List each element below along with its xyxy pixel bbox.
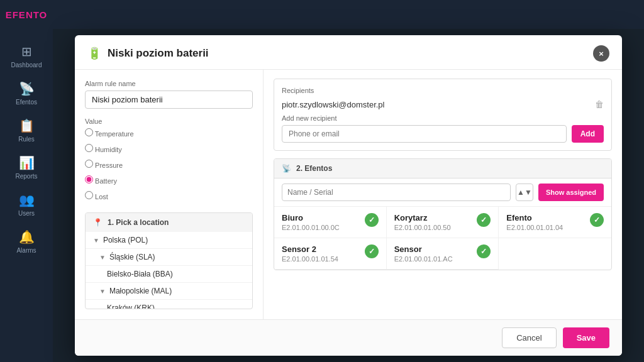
efento-serial: E2.01.00.01.00.0C xyxy=(282,224,340,231)
alarm-rule-name-input[interactable] xyxy=(85,90,253,109)
recipients-label: Recipients xyxy=(282,87,604,94)
radio-pressure-label: Pressure xyxy=(95,162,123,169)
sidebar-item-efentos[interactable]: 📡 Efentos xyxy=(4,75,49,109)
radio-battery-label: Battery xyxy=(95,177,117,185)
tree-slaskie[interactable]: ▼ Śląskie (SLA) xyxy=(86,249,252,266)
efento-serial: E2.01.00.01.01.54 xyxy=(282,255,338,263)
left-panel: Alarm rule name Value Temperature Humidi… xyxy=(75,70,264,319)
sidebar-item-label: Reports xyxy=(15,173,37,180)
add-recipient-button[interactable]: Add xyxy=(572,125,604,143)
radio-humidity[interactable]: Humidity xyxy=(85,144,253,153)
efentos-title: 2. Efentos xyxy=(296,164,332,173)
topbar: EFENTO xyxy=(0,0,644,29)
efentos-icon: 📡 xyxy=(19,81,35,96)
sidebar-item-dashboard[interactable]: ⊞ Dashboard xyxy=(4,38,49,72)
sidebar: ⊞ Dashboard 📡 Efentos 📋 Rules 📊 Reports … xyxy=(0,0,53,362)
efento-name: Sensor xyxy=(394,244,453,254)
radio-pressure[interactable]: Pressure xyxy=(85,160,253,169)
radio-humidity-input[interactable] xyxy=(85,144,93,152)
sidebar-item-alarms[interactable]: 🔔 Alarms xyxy=(4,223,49,258)
users-icon: 👥 xyxy=(19,192,35,207)
efentos-search-row: ▲▼ Show assigned xyxy=(274,178,611,207)
dashboard-icon: ⊞ xyxy=(21,44,32,59)
tree-krakow[interactable]: Kraków (KRK) xyxy=(86,300,252,309)
tree-bielsko-label: Bielsko-Biała (BBA) xyxy=(107,270,173,278)
efento-name: Efento xyxy=(506,213,563,222)
efentos-header: 📡 2. Efentos xyxy=(274,159,611,178)
efento-card-biuro[interactable]: Biuro E2.01.00.01.00.0C ✓ xyxy=(274,207,387,238)
delete-recipient-icon[interactable]: 🗑 xyxy=(595,99,604,109)
location-section: 📍 1. Pick a location ▼ Polska (POL) ▼ Śl… xyxy=(85,212,253,309)
efento-info: Biuro E2.01.00.01.00.0C xyxy=(282,213,340,231)
modal-footer: Cancel Save xyxy=(75,319,622,356)
check-icon: ✓ xyxy=(477,244,491,258)
efento-name: Sensor 2 xyxy=(282,244,338,254)
tree-krakow-label: Kraków (KRK) xyxy=(107,304,155,309)
tree-bielsko[interactable]: Bielsko-Biała (BBA) xyxy=(86,266,252,283)
modal-close-button[interactable]: × xyxy=(593,45,609,62)
tree-polska[interactable]: ▼ Polska (POL) xyxy=(86,232,252,249)
location-header: 📍 1. Pick a location xyxy=(86,213,252,232)
efento-info: Sensor E2.01.00.01.01.AC xyxy=(394,244,453,263)
efento-serial: E2.01.00.01.01.04 xyxy=(506,224,563,231)
modal-overlay: 🔋 Niski poziom baterii × Alarm rule name… xyxy=(53,29,644,362)
alarms-icon: 🔔 xyxy=(19,229,35,244)
radio-temperature-input[interactable] xyxy=(85,128,93,136)
modal-body: Alarm rule name Value Temperature Humidi… xyxy=(75,70,622,319)
efento-name: Biuro xyxy=(282,213,340,222)
efento-info: Efento E2.01.00.01.01.04 xyxy=(506,213,563,231)
tree-malopolskie-label: Małopolskie (MAL) xyxy=(109,287,172,295)
check-icon: ✓ xyxy=(477,213,491,227)
sidebar-item-users[interactable]: 👥 Users xyxy=(4,186,49,221)
radio-pressure-input[interactable] xyxy=(85,160,93,168)
efento-card-efento[interactable]: Efento E2.01.00.01.01.04 ✓ xyxy=(499,207,611,238)
radio-temperature-label: Temperature xyxy=(95,130,134,138)
radio-group: Temperature Humidity Pressure Batte xyxy=(85,128,253,204)
efento-card-sensor2[interactable]: Sensor 2 E2.01.00.01.01.54 ✓ xyxy=(274,238,387,270)
radio-lost[interactable]: Lost xyxy=(85,191,253,200)
sort-button[interactable]: ▲▼ xyxy=(516,184,533,201)
modal-header: 🔋 Niski poziom baterii × xyxy=(75,35,622,70)
sidebar-item-reports[interactable]: 📊 Reports xyxy=(4,149,49,184)
value-label: Value xyxy=(85,118,253,125)
tree-malopolskie[interactable]: ▼ Małopolskie (MAL) xyxy=(86,283,252,300)
efentos-grid: Biuro E2.01.00.01.00.0C ✓ Korytarz E2.01… xyxy=(274,207,611,270)
alarm-rule-name-group: Alarm rule name xyxy=(85,80,253,109)
app-logo: EFENTO xyxy=(0,9,53,20)
recipient-row: piotr.szydlowski@domster.pl 🗑 xyxy=(282,99,604,109)
radio-battery-input[interactable] xyxy=(85,175,93,184)
radio-temperature[interactable]: Temperature xyxy=(85,128,253,138)
save-button[interactable]: Save xyxy=(563,327,609,348)
tree-slaskie-label: Śląskie (SLA) xyxy=(109,253,155,261)
efentos-header-left: 📡 2. Efentos xyxy=(282,164,332,173)
sidebar-item-label: Rules xyxy=(18,136,35,143)
efentos-section: 📡 2. Efentos ▲▼ Show assigned Biuro xyxy=(274,158,612,270)
radio-lost-label: Lost xyxy=(95,193,108,200)
radio-humidity-label: Humidity xyxy=(95,146,122,153)
check-icon: ✓ xyxy=(590,213,604,227)
add-recipient-label: Add new recipient xyxy=(282,114,604,122)
efento-info: Sensor 2 E2.01.00.01.01.54 xyxy=(282,244,338,263)
recipient-email: piotr.szydlowski@domster.pl xyxy=(282,100,384,109)
efento-card-sensor[interactable]: Sensor E2.01.00.01.01.AC ✓ xyxy=(387,238,499,270)
radio-battery[interactable]: Battery xyxy=(85,175,253,185)
efento-info: Korytarz E2.01.00.01.00.50 xyxy=(394,213,451,231)
value-group: Value Temperature Humidity Pressure xyxy=(85,118,253,204)
efentos-search-input[interactable] xyxy=(282,184,511,201)
sidebar-item-rules[interactable]: 📋 Rules xyxy=(4,112,49,146)
add-recipient-row: Add xyxy=(282,125,604,143)
show-assigned-button[interactable]: Show assigned xyxy=(538,184,604,201)
recipients-section: Recipients piotr.szydlowski@domster.pl 🗑… xyxy=(274,79,612,151)
cancel-button[interactable]: Cancel xyxy=(502,327,556,348)
efento-name: Korytarz xyxy=(394,213,451,222)
sidebar-item-label: Alarms xyxy=(16,247,36,254)
add-recipient-input[interactable] xyxy=(282,125,567,143)
battery-icon: 🔋 xyxy=(87,47,101,60)
efento-card-korytarz[interactable]: Korytarz E2.01.00.01.00.50 ✓ xyxy=(387,207,499,238)
modal: 🔋 Niski poziom baterii × Alarm rule name… xyxy=(75,35,622,356)
tree-polska-label: Polska (POL) xyxy=(103,236,148,244)
efentos-icon: 📡 xyxy=(282,164,291,173)
sidebar-item-label: Users xyxy=(18,210,35,217)
radio-lost-input[interactable] xyxy=(85,191,93,199)
sidebar-item-label: Efentos xyxy=(16,99,37,106)
